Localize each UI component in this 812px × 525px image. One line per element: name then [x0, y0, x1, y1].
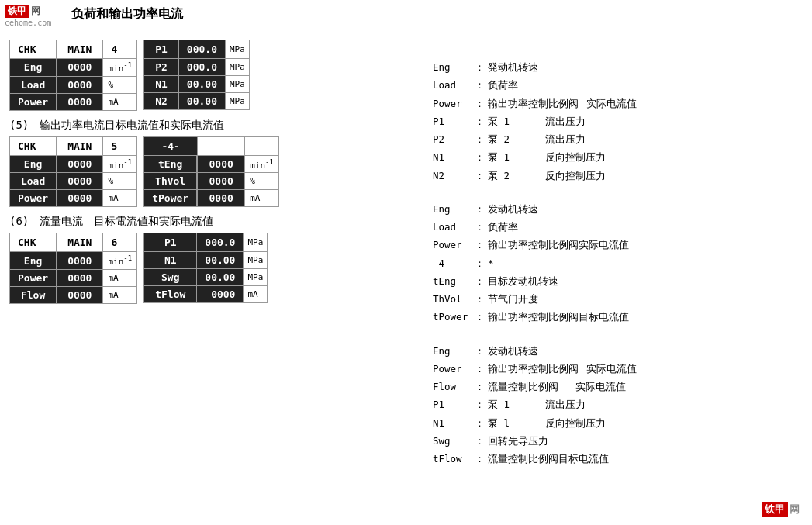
thvol-value: 0000	[198, 173, 245, 190]
n1-label: N1	[144, 76, 179, 93]
n2-unit: MPa	[225, 93, 249, 110]
right4-eng: Eng ： 発动机转速	[433, 59, 803, 75]
right5-teng: tEng ： 目标发动机转速	[433, 273, 803, 289]
dash4-empty	[198, 136, 245, 155]
teng-value: 0000	[198, 155, 245, 173]
power4-unit: mA	[103, 93, 137, 110]
swg-value: 00.00	[197, 269, 244, 286]
logo-line2: cehome.com	[5, 18, 51, 29]
thvol-label: ThVol	[144, 173, 197, 190]
right4-n2: N2 ： 泵 2 反向控制压力	[433, 168, 803, 184]
flow6-unit: mA	[103, 286, 137, 303]
swg-unit: MPa	[244, 269, 268, 286]
eng6-unit: min-1	[103, 252, 137, 270]
eng5-value: 0000	[57, 155, 103, 173]
logo-area: 铁甲 网 cehome.com	[5, 5, 51, 29]
p2-unit: MPa	[225, 59, 249, 76]
load4-value: 0000	[57, 76, 103, 93]
swg-label: Swg	[144, 269, 197, 286]
right6-tflow: tFlow ： 流量控制比例阀目标电流值	[433, 451, 803, 467]
right4-p1: P1 ： 泵 1 流出压力	[433, 113, 803, 130]
rn1-label: N1	[144, 252, 197, 269]
rn1-value: 00.00	[197, 252, 244, 269]
n1-unit: MPa	[225, 76, 249, 93]
flow6-label: Flow	[10, 286, 57, 303]
p1-value: 000.0	[178, 40, 225, 59]
load4-unit: %	[103, 76, 137, 93]
right6-n1: N1 ： 泵 l 反向控制压力	[433, 415, 803, 431]
panel6-left: CHK MAIN 6 Eng 0000 min-1 Power 0000 mA	[9, 233, 137, 304]
right6-p1: P1 ： 泵 1 流出压力	[433, 396, 803, 413]
right4-n1: N1 ： 泵 1 反向控制压力	[433, 149, 803, 165]
right5-power: Power ： 输出功率控制比例阀实际电流值	[433, 237, 803, 253]
right-section5: Eng ： 发动机转速 Load ： 负荷率 Power ： 输出功率控制比例阀…	[433, 201, 803, 326]
flow6-value: 0000	[57, 286, 103, 303]
load5-unit: %	[103, 173, 137, 190]
right5-thvol: ThVol ： 节气门开度	[433, 291, 803, 307]
n2-value: 00.00	[178, 93, 225, 110]
rp1-label: P1	[144, 233, 197, 252]
eng5-unit: min-1	[103, 155, 137, 173]
power4-label: Power	[10, 93, 57, 110]
num4: 4	[103, 40, 137, 59]
panel6-right: P1 000.0 MPa N1 00.00 MPa Swg 00.00 MPa	[143, 233, 268, 303]
teng-unit: min-1	[245, 155, 279, 173]
power5-unit: mA	[103, 190, 137, 207]
right6-eng: Eng ： 发动机转速	[433, 343, 803, 359]
right5-dash: -4- ： *	[433, 255, 803, 271]
right-section4: Eng ： 発动机转速 Load ： 负荷率 Power ： 输出功率控制比例阀…	[433, 59, 803, 184]
power6-value: 0000	[57, 269, 103, 286]
right4-power: Power ： 输出功率控制比例阀 实际电流值	[433, 95, 803, 112]
tflow-value: 0000	[197, 286, 244, 303]
power6-label: Power	[10, 269, 57, 286]
power4-value: 0000	[57, 93, 103, 110]
section6-title: (6) 流量电流 目标電流値和実际电流値	[9, 215, 420, 229]
main6: MAIN	[57, 233, 103, 252]
power5-label: Power	[10, 190, 57, 207]
load5-value: 0000	[57, 173, 103, 190]
right6-swg: Swg ： 回转先导压力	[433, 433, 803, 449]
n1-value: 00.00	[178, 76, 225, 93]
right6-power: Power ： 输出功率控制比例阀 实际电流值	[433, 361, 803, 377]
p2-value: 000.0	[178, 59, 225, 76]
rn1-unit: MPa	[244, 252, 268, 269]
page-title: 负荷和输出功率电流	[71, 6, 183, 22]
tpower-unit: mA	[245, 190, 279, 207]
load4-label: Load	[10, 76, 57, 93]
thvol-unit: %	[245, 173, 279, 190]
teng-label: tEng	[144, 155, 197, 173]
tpower-value: 0000	[198, 190, 245, 207]
right6-flow: Flow ： 流量控制比例阀 实际电流值	[433, 378, 803, 395]
eng4-unit: min-1	[103, 59, 137, 77]
power6-unit: mA	[103, 269, 137, 286]
main4: MAIN	[57, 40, 103, 59]
eng5-label: Eng	[10, 155, 57, 173]
panel4-left: CHK MAIN 4 Eng 0000 min-1 Load 0000 %	[9, 40, 137, 111]
right5-tpower: tPower ： 输出功率控制比例阀目标电流值	[433, 309, 803, 325]
eng4-value: 0000	[57, 59, 103, 77]
p1-unit: MPa	[225, 40, 249, 59]
n2-label: N2	[144, 93, 179, 110]
eng4-label: Eng	[10, 59, 57, 77]
panel4-right: P1 000.0 MPa P2 000.0 MPa N1 00.00 MPa	[143, 40, 250, 110]
p1-label: P1	[144, 40, 179, 59]
num6: 6	[103, 233, 137, 252]
tflow-unit: mA	[244, 286, 268, 303]
right4-p2: P2 ： 泵 2 流出压力	[433, 131, 803, 147]
chk5: CHK	[10, 136, 57, 155]
right-section6: Eng ： 发动机转速 Power ： 输出功率控制比例阀 实际电流值 Flow…	[433, 343, 803, 468]
dash4-label: -4-	[144, 136, 198, 155]
tflow-label: tFlow	[144, 286, 197, 303]
panel5-right: -4- tEng 0000 min-1 ThVol 0000 %	[143, 136, 279, 208]
tpower-label: tPower	[144, 190, 197, 207]
section5-title: (5) 输出功率电流目标电流值和实际电流值	[9, 119, 420, 133]
rp1-unit: MPa	[244, 233, 268, 252]
eng6-label: Eng	[10, 252, 57, 270]
load5-label: Load	[10, 173, 57, 190]
main5: MAIN	[57, 136, 103, 155]
right5-load: Load ： 负荷率	[433, 219, 803, 235]
num5: 5	[103, 136, 137, 155]
chk4: CHK	[10, 40, 57, 59]
right4-load: Load ： 负荷率	[433, 77, 803, 93]
eng6-value: 0000	[57, 252, 103, 270]
